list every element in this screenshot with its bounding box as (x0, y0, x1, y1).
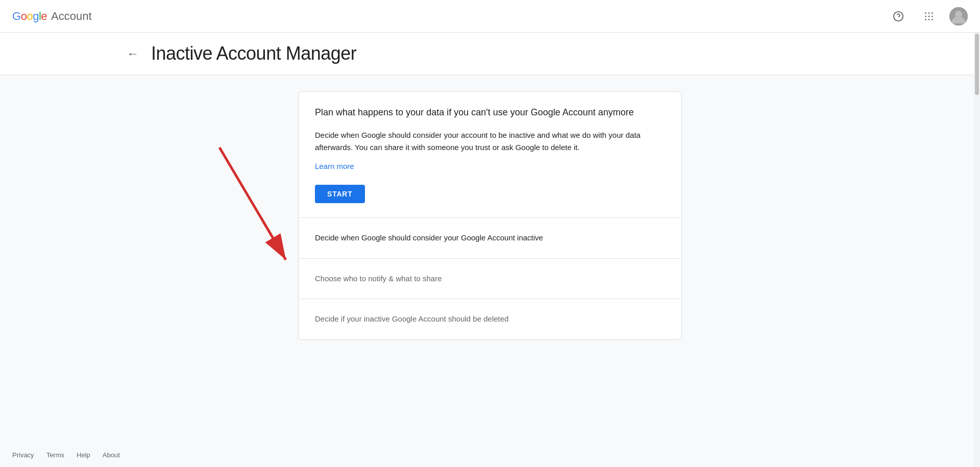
back-arrow-icon: ← (127, 46, 139, 61)
footer-about-link[interactable]: About (103, 451, 120, 459)
step3-section: Decide if your inactive Google Account s… (299, 299, 681, 339)
svg-point-3 (928, 12, 930, 14)
learn-more-link[interactable]: Learn more (315, 162, 665, 170)
footer-help-link[interactable]: Help (77, 451, 90, 459)
apps-icon (923, 11, 935, 22)
help-button[interactable] (888, 6, 909, 27)
google-logo: Google (12, 10, 47, 23)
svg-point-4 (932, 12, 933, 14)
svg-point-2 (925, 12, 926, 14)
step2-label: Choose who to notify & what to share (315, 273, 665, 285)
page-title-bar: ← Inactive Account Manager (0, 33, 980, 75)
footer-privacy-link[interactable]: Privacy (12, 451, 34, 459)
scrollbar[interactable] (974, 33, 980, 467)
intro-body: Decide when Google should consider your … (315, 129, 665, 154)
account-label: Account (51, 10, 92, 23)
svg-point-8 (925, 19, 926, 20)
header-right (888, 6, 968, 27)
apps-button[interactable] (919, 6, 939, 27)
svg-point-5 (925, 15, 926, 17)
footer-terms-link[interactable]: Terms (46, 451, 64, 459)
scrollbar-thumb[interactable] (975, 34, 979, 95)
step3-label: Decide if your inactive Google Account s… (315, 313, 665, 325)
back-button[interactable]: ← (122, 43, 143, 64)
intro-section: Plan what happens to your data if you ca… (299, 92, 681, 218)
main-card: Plan what happens to your data if you ca… (298, 91, 682, 340)
avatar[interactable] (949, 7, 968, 26)
main-content: Plan what happens to your data if you ca… (286, 91, 694, 340)
intro-title: Plan what happens to your data if you ca… (315, 106, 665, 119)
page-title: Inactive Account Manager (151, 43, 356, 64)
step1-label: Decide when Google should consider your … (315, 232, 665, 244)
svg-line-14 (219, 148, 286, 260)
svg-point-6 (928, 15, 930, 17)
svg-point-10 (932, 19, 933, 20)
step2-section: Choose who to notify & what to share (299, 259, 681, 300)
footer: Privacy Terms Help About (0, 443, 980, 467)
header-left: Google Account (12, 10, 92, 23)
svg-point-9 (928, 19, 930, 20)
svg-point-7 (932, 15, 933, 17)
header: Google Account (0, 0, 980, 33)
step1-section: Decide when Google should consider your … (299, 218, 681, 259)
help-icon (893, 11, 904, 22)
start-button[interactable]: START (315, 185, 365, 203)
